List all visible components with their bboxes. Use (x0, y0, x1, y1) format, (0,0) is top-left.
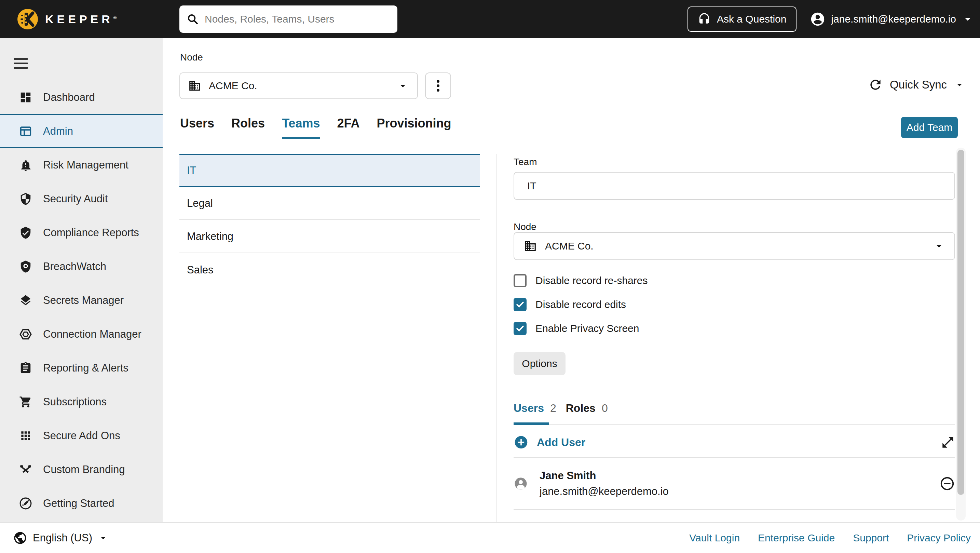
footer-links: Vault Login Enterprise Guide Support Pri… (689, 532, 971, 544)
sidebar-item-admin[interactable]: Admin (0, 114, 163, 148)
node-more-actions-button[interactable] (425, 72, 451, 99)
global-search (180, 5, 398, 33)
chevron-down-icon (933, 240, 945, 252)
quick-sync-button[interactable]: Quick Sync (868, 71, 965, 99)
team-node-value: ACME Co. (545, 240, 593, 252)
subtab-roles[interactable]: Roles (566, 402, 596, 414)
plus-circle-icon (514, 435, 528, 450)
sidebar-item-subscriptions[interactable]: Subscriptions (0, 385, 163, 419)
team-row-sales[interactable]: Sales (180, 253, 480, 287)
layers-icon (19, 294, 32, 307)
sidebar-item-secure-add-ons[interactable]: Secure Add Ons (0, 419, 163, 453)
brush-tools-icon (19, 463, 32, 476)
building-icon (524, 240, 537, 253)
checkbox-unchecked-icon[interactable] (514, 274, 527, 287)
ask-a-question-label: Ask a Question (717, 13, 786, 25)
team-row-marketing[interactable]: Marketing (180, 220, 480, 253)
tab-roles[interactable]: Roles (231, 116, 265, 139)
checkbox-enable-privacy-screen[interactable]: Enable Privacy Screen (514, 321, 648, 336)
team-name-label: Team (514, 156, 537, 167)
footer-bar: English (US) Vault Login Enterprise Guid… (0, 522, 980, 553)
footer-link-support[interactable]: Support (853, 532, 889, 544)
node-label: Node (180, 52, 203, 63)
sidebar-item-connection-manager[interactable]: Connection Manager (0, 317, 163, 351)
ask-a-question-button[interactable]: Ask a Question (687, 6, 797, 32)
checkbox-checked-icon[interactable] (514, 322, 527, 335)
tab-users[interactable]: Users (180, 116, 214, 139)
tab-2fa[interactable]: 2FA (337, 116, 360, 139)
footer-link-enterprise-guide[interactable]: Enterprise Guide (758, 532, 835, 544)
chevron-down-icon (961, 13, 974, 25)
member-email: jane.smith@keeperdemo.io (539, 485, 669, 498)
team-row-legal[interactable]: Legal (180, 187, 480, 220)
checkbox-disable-record-edits[interactable]: Disable record edits (514, 297, 648, 312)
options-button[interactable]: Options (514, 352, 565, 375)
expand-icon[interactable] (941, 435, 955, 449)
rocket-icon (19, 497, 32, 510)
footer-link-privacy-policy[interactable]: Privacy Policy (907, 532, 971, 544)
subtab-users[interactable]: Users (514, 402, 544, 414)
users-count: 2 (550, 402, 556, 414)
sidebar-item-risk-management[interactable]: Risk Management (0, 148, 163, 182)
shield-eye-icon (19, 260, 32, 273)
checkbox-checked-icon[interactable] (514, 298, 527, 311)
sidebar-nav: Dashboard Admin Risk Management Security… (0, 80, 163, 520)
sidebar-item-reporting-alerts[interactable]: Reporting & Alerts (0, 351, 163, 385)
sidebar-item-secrets-manager[interactable]: Secrets Manager (0, 283, 163, 317)
chevron-down-icon (98, 532, 109, 543)
top-bar: KEEPER® Ask a Question jane.smith@keeper… (0, 0, 980, 38)
panel-scrollbar-thumb[interactable] (958, 150, 964, 495)
cart-icon (19, 395, 32, 408)
sidebar-item-getting-started[interactable]: Getting Started (0, 486, 163, 520)
member-row: Jane Smith jane.smith@keeperdemo.io (514, 458, 955, 510)
chevron-down-icon (954, 79, 965, 91)
sidebar-item-security-audit[interactable]: Security Audit (0, 182, 163, 216)
remove-member-icon[interactable] (939, 476, 955, 491)
member-identity: Jane Smith jane.smith@keeperdemo.io (539, 470, 669, 498)
admin-tabs: Users Roles Teams 2FA Provisioning (180, 116, 452, 139)
sidebar-item-custom-branding[interactable]: Custom Branding (0, 453, 163, 486)
add-user-row: Add User (514, 427, 955, 458)
dashboard-icon (19, 91, 32, 104)
search-icon (187, 13, 199, 25)
node-selector-value: ACME Co. (209, 80, 257, 92)
node-selector[interactable]: ACME Co. (180, 72, 418, 99)
checkbox-disable-record-reshares[interactable]: Disable record re-shares (514, 273, 648, 288)
account-menu[interactable]: jane.smith@keeperdemo.io (810, 0, 974, 38)
team-detail-panel: Team Node ACME Co. Disable record re-sha… (514, 154, 955, 522)
account-avatar-icon (810, 11, 826, 27)
team-options-checkboxes: Disable record re-shares Disable record … (514, 273, 648, 336)
menu-icon[interactable] (14, 58, 28, 72)
keeper-logo-icon (17, 8, 38, 30)
sidebar-item-dashboard[interactable]: Dashboard (0, 80, 163, 114)
team-node-label: Node (514, 222, 536, 233)
language-selector[interactable]: English (US) (13, 531, 109, 545)
roles-count: 0 (602, 402, 608, 414)
globe-icon (13, 531, 27, 545)
admin-console-icon (19, 125, 32, 138)
team-name-input[interactable] (514, 172, 955, 200)
add-user-button[interactable]: Add User (514, 435, 585, 450)
membership-subtabs: Users 2 Roles 0 (514, 402, 608, 414)
search-input[interactable] (205, 13, 390, 25)
shield-half-icon (19, 193, 32, 206)
panel-scrollbar-track[interactable] (956, 148, 966, 521)
quick-sync-label: Quick Sync (890, 78, 947, 91)
team-node-selector[interactable]: ACME Co. (514, 232, 955, 260)
subtab-active-underline (514, 422, 549, 425)
tab-teams[interactable]: Teams (282, 116, 320, 139)
sidebar-item-compliance-reports[interactable]: Compliance Reports (0, 216, 163, 250)
footer-link-vault-login[interactable]: Vault Login (689, 532, 740, 544)
more-vert-icon (437, 78, 439, 93)
headset-icon (698, 13, 711, 25)
brand-name: KEEPER® (45, 13, 116, 26)
shield-check-icon (19, 226, 32, 239)
add-team-button[interactable]: Add Team (901, 117, 958, 138)
keeper-logo: KEEPER® (17, 0, 116, 38)
hexagon-icon (19, 328, 32, 341)
sidebar-item-breachwatch[interactable]: BreachWatch (0, 250, 163, 283)
team-row-it[interactable]: IT (180, 154, 480, 187)
tab-provisioning[interactable]: Provisioning (377, 116, 452, 139)
refresh-icon (868, 77, 883, 92)
panel-divider (496, 154, 497, 522)
